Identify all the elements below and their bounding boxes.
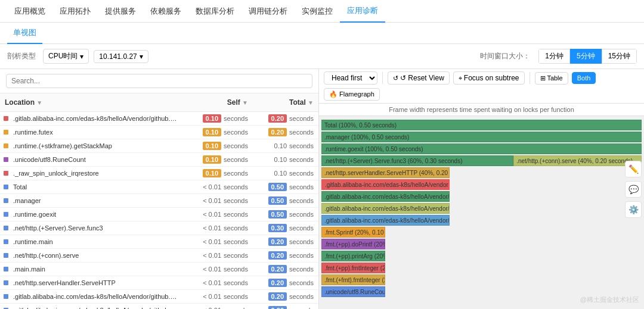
flame-bar[interactable]: .manager (100%, 0.50 seconds) — [321, 132, 642, 142]
flame-bar[interactable]: .net/http.serverHandler.ServeHTTP (40%, … — [321, 167, 450, 178]
table-row[interactable]: .net/http.(+conn).serve< 0.01seconds0.20… — [0, 249, 318, 263]
row-indicator — [4, 239, 8, 244]
table-header: Location ▼ Self ▼ Total ▼ — [0, 93, 318, 112]
row-location: .gitlab.alibaba-inc.com/edas-k8s/helloA/… — [11, 114, 181, 123]
row-self-value: < 0.01seconds — [181, 292, 253, 301]
row-indicator — [4, 185, 8, 189]
flame-bar[interactable]: .gitlab.alibaba-inc.com/edas-k8s/helloA/… — [321, 191, 450, 202]
row-indicator — [4, 198, 8, 203]
flame-bar[interactable]: .gitlab.alibaba-inc.com/edas-k8s/helloA/… — [321, 179, 450, 190]
search-box — [0, 69, 318, 93]
head-first-select[interactable]: Head first — [324, 71, 377, 85]
table-btn[interactable]: ⊞ Table — [535, 72, 568, 85]
row-self-value: < 0.01seconds — [181, 278, 253, 288]
row-location: .unicode/utf8.RuneCount — [11, 155, 181, 164]
row-location: ._raw_spin_unlock_irqrestore — [11, 168, 181, 178]
focus-subtree-btn[interactable]: ⌖ Focus on subtree — [453, 71, 525, 85]
col-total-header[interactable]: Total ▼ — [253, 96, 318, 109]
side-icon-btn[interactable]: 💬 — [625, 181, 642, 198]
flame-bar[interactable]: .fmt.(+fmt).fmtInteger (20%, 0.10 second… — [321, 274, 385, 285]
flame-bar[interactable]: .gitlab.alibaba-inc.com/edas-k8s/helloA/… — [321, 215, 450, 226]
table-row[interactable]: .runtime.goexit< 0.01seconds0.50seconds — [0, 208, 318, 221]
table-body: .gitlab.alibaba-inc.com/edas-k8s/helloA/… — [0, 112, 318, 309]
flame-bar[interactable]: .runtime.goexit (100%, 0.50 seconds) — [321, 143, 642, 154]
flame-bar[interactable]: Total (100%, 0.50 seconds) — [321, 120, 642, 130]
table-row[interactable]: ._raw_spin_unlock_irqrestore0.10seconds0… — [0, 167, 318, 180]
slice-type-select[interactable]: CPU时间 ▾ — [43, 49, 89, 64]
row-location: .gitlab.alibaba-inc.com/edas-k8s/helloA/… — [11, 305, 181, 309]
nav-instance-monitor[interactable]: 实例监控 — [295, 0, 340, 23]
row-total-value: 0.20seconds — [253, 236, 318, 247]
row-location: .runtime.futex — [11, 127, 181, 137]
flamegraph-area[interactable]: Total (100%, 0.50 seconds).manager (100%… — [319, 116, 644, 309]
table-row[interactable]: .runtime.(+stkframe).getStackMap0.10seco… — [0, 139, 318, 153]
flame-bar[interactable]: .net/http.(+Server).Serve.func3 (60%, 0.… — [321, 155, 513, 166]
nav-app-topology[interactable]: 应用拓扑 — [52, 0, 98, 23]
toolbar: 剖析类型 CPU时间 ▾ 10.141.0.27 ▾ 时间窗口大小： 1分钟 5… — [0, 44, 644, 69]
col-location-header[interactable]: Location ▼ — [0, 96, 181, 109]
flame-bar[interactable]: .unicode/utf8.RuneCount (20%, 0.10 secon… — [321, 286, 385, 297]
table-row[interactable]: Total< 0.01seconds0.50seconds — [0, 180, 318, 194]
nav-db-analysis[interactable]: 数据库分析 — [188, 0, 242, 23]
nav-depend-service[interactable]: 依赖服务 — [143, 0, 188, 23]
side-icon-btn[interactable]: ✏️ — [625, 161, 642, 177]
row-location: .net/http.serverHandler.ServeHTTP — [11, 278, 181, 288]
nav-app-diagnosis[interactable]: 应用诊断 — [340, 0, 385, 23]
table-row[interactable]: .runtime.main< 0.01seconds0.20seconds — [0, 235, 318, 249]
both-btn[interactable]: Both — [572, 72, 596, 84]
row-location: .net/http.(+conn).serve — [11, 251, 181, 260]
row-total-value: 0.20seconds — [253, 291, 318, 302]
row-indicator — [4, 267, 8, 271]
flamegraph-btn[interactable]: 🔥 Flamegraph — [324, 88, 380, 101]
sub-navigation: 单视图 — [0, 23, 644, 44]
table-row[interactable]: .net/http.serverHandler.ServeHTTP< 0.01s… — [0, 276, 318, 290]
row-self-value: < 0.01seconds — [181, 182, 253, 192]
table-row[interactable]: .main.main< 0.01seconds0.20seconds — [0, 263, 318, 276]
search-input[interactable] — [6, 74, 312, 88]
time-btn-5min[interactable]: 5分钟 — [570, 49, 602, 64]
time-btn-15min[interactable]: 15分钟 — [602, 49, 637, 64]
row-self-value: 0.10seconds — [181, 154, 253, 165]
row-total-value: 0.30seconds — [253, 223, 318, 233]
table-row[interactable]: .gitlab.alibaba-inc.com/edas-k8s/helloA/… — [0, 112, 318, 126]
row-location: Total — [11, 182, 181, 192]
row-self-value: < 0.01seconds — [181, 237, 253, 246]
row-total-value: 0.50seconds — [253, 195, 318, 206]
table-row[interactable]: .net/http.(+Server).Serve.func3< 0.01sec… — [0, 221, 318, 235]
nav-provide-service[interactable]: 提供服务 — [98, 0, 143, 23]
flame-bar[interactable]: .fmt.(+pp).fmtInteger (20%, 0.10 seconds… — [321, 263, 385, 273]
row-self-value: < 0.01seconds — [181, 251, 253, 260]
row-indicator — [4, 226, 8, 230]
time-window-label: 时间窗口大小： — [480, 51, 530, 61]
right-panel: Head first ↺ ↺ Reset View ⌖ Focus on sub… — [319, 69, 644, 309]
flame-bar[interactable]: .fmt.(+pp).printArg (20%, 0.10 seconds) — [321, 251, 385, 261]
row-indicator — [4, 143, 8, 148]
table-row[interactable]: .unicode/utf8.RuneCount0.10seconds0.10se… — [0, 153, 318, 167]
col-self-header[interactable]: Self ▼ — [181, 96, 253, 109]
row-indicator — [4, 116, 8, 121]
flame-bar[interactable]: .fmt.Sprintf (20%, 0.10 seconds) — [321, 227, 385, 238]
sort-arrow-self: ▼ — [242, 99, 248, 106]
left-panel: Location ▼ Self ▼ Total ▼ .gitlab.alibab… — [0, 69, 319, 309]
table-row[interactable]: .gitlab.alibaba-inc.com/edas-k8s/helloA/… — [0, 290, 318, 304]
flame-bar[interactable]: .gitlab.alibaba-inc.com/edas-k8s/helloA/… — [321, 203, 450, 214]
row-location: .manager — [11, 196, 181, 205]
row-total-value: 0.20seconds — [253, 250, 318, 261]
sort-arrow-total: ▼ — [308, 99, 314, 106]
table-row[interactable]: .runtime.futex0.10seconds0.20seconds — [0, 126, 318, 139]
nav-call-chain[interactable]: 调用链分析 — [242, 0, 295, 23]
right-toolbar: Head first ↺ ↺ Reset View ⌖ Focus on sub… — [319, 69, 644, 104]
row-indicator — [4, 212, 8, 217]
table-row[interactable]: .gitlab.alibaba-inc.com/edas-k8s/helloA/… — [0, 304, 318, 309]
flame-bar[interactable]: .fmt.(+pp).doPrintf (20%, 0.10 seconds) — [321, 239, 385, 249]
nav-app-overview[interactable]: 应用概览 — [7, 0, 52, 23]
instance-select[interactable]: 10.141.0.27 ▾ — [94, 50, 148, 63]
reset-view-btn[interactable]: ↺ ↺ Reset View — [388, 71, 450, 85]
subnav-single-view[interactable]: 单视图 — [7, 23, 42, 44]
side-icon-btn[interactable]: ⚙️ — [625, 201, 642, 218]
row-self-value: 0.10seconds — [181, 168, 253, 179]
table-row[interactable]: .manager< 0.01seconds0.50seconds — [0, 194, 318, 208]
instance-value: 10.141.0.27 — [99, 52, 137, 61]
time-btn-1min[interactable]: 1分钟 — [538, 49, 570, 64]
row-total-value: 0.20seconds — [253, 264, 318, 274]
